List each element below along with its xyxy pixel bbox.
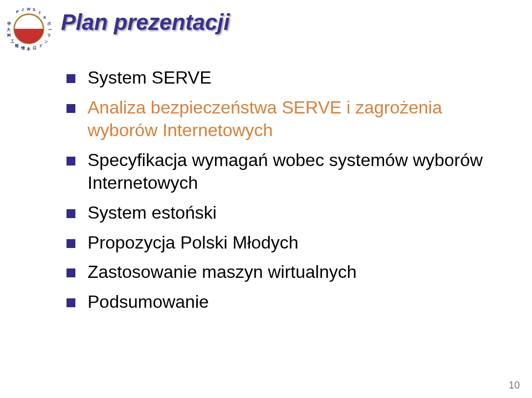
bullet-square-icon <box>66 298 75 307</box>
slide-title: Plan prezentacji <box>61 10 230 35</box>
svg-text:ド: ド <box>39 44 43 48</box>
list-item: System SERVE <box>66 66 499 90</box>
svg-text:P: P <box>16 10 19 14</box>
bullet-square-icon <box>66 74 75 83</box>
svg-text:K: K <box>43 15 47 19</box>
slide-logo: J W S T K P ポ ー ラ ン ド 日 本 情 報 工 科 大 学 <box>4 4 53 53</box>
bullet-square-icon <box>66 157 75 166</box>
svg-text:報: 報 <box>14 44 19 48</box>
svg-text:情: 情 <box>21 46 25 50</box>
svg-text:ラ: ラ <box>47 33 51 37</box>
svg-text:J: J <box>22 8 24 12</box>
list-item-text: System estoński <box>88 201 217 225</box>
list-item-text: Propozycja Polski Młodych <box>88 231 299 255</box>
list-item-text: Podsumowanie <box>88 291 209 314</box>
list-item: System estoński <box>66 201 499 225</box>
bullet-square-icon <box>66 209 75 218</box>
svg-text:大: 大 <box>7 28 11 32</box>
list-item: Specyfikacja wymagań wobec systemów wybo… <box>66 149 499 195</box>
svg-text:T: T <box>39 11 42 15</box>
svg-text:S: S <box>33 8 35 12</box>
bullet-square-icon <box>66 268 75 277</box>
svg-text:工: 工 <box>10 39 14 43</box>
svg-text:本: 本 <box>26 47 31 51</box>
bullet-square-icon <box>66 104 75 113</box>
bullet-list: System SERVE Analiza bezpieczeństwa SERV… <box>66 66 499 320</box>
list-item: Analiza bezpieczeństwa SERVE i zagrożeni… <box>66 96 499 142</box>
svg-text:学: 学 <box>7 22 11 26</box>
list-item-text: Analiza bezpieczeństwa SERVE i zagrożeni… <box>88 96 499 142</box>
list-item-text: Zastosowanie maszyn wirtualnych <box>88 261 357 284</box>
svg-text:W: W <box>27 7 30 11</box>
svg-text:ン: ン <box>44 39 48 43</box>
list-item: Podsumowanie <box>66 291 499 314</box>
svg-text:日: 日 <box>33 46 37 50</box>
svg-text:ー: ー <box>48 28 52 32</box>
list-item-text: System SERVE <box>88 66 211 90</box>
bullet-square-icon <box>66 239 75 248</box>
svg-text:ポ: ポ <box>47 22 51 25</box>
svg-text:科: 科 <box>7 33 11 38</box>
page-number: 10 <box>509 380 520 391</box>
list-item-text: Specyfikacja wymagań wobec systemów wybo… <box>88 149 499 195</box>
list-item: Propozycja Polski Młodych <box>66 231 499 255</box>
list-item: Zastosowanie maszyn wirtualnych <box>66 261 499 284</box>
